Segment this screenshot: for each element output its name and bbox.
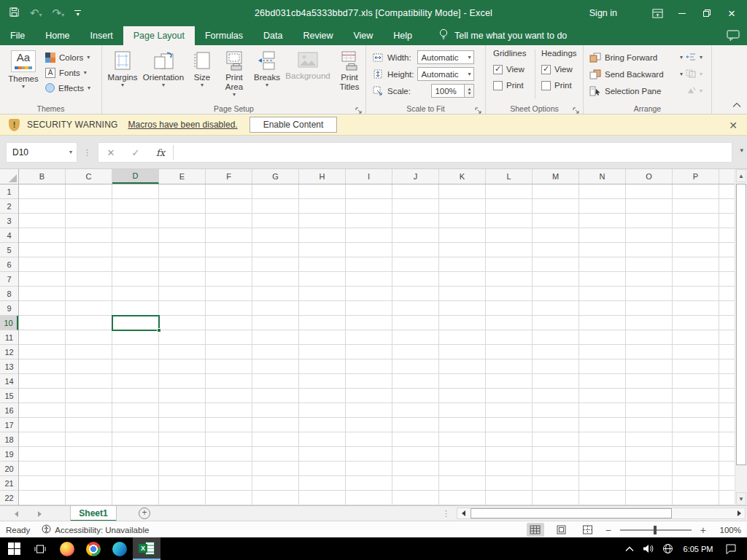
scroll-right-icon[interactable]: [733, 508, 745, 518]
page-break-preview-button[interactable]: [579, 523, 597, 537]
gridlines-print-option[interactable]: Print: [493, 77, 526, 93]
gridlines-view-checkbox[interactable]: [493, 65, 503, 74]
headings-print-option[interactable]: Print: [541, 77, 577, 93]
insert-function-icon[interactable]: fx: [148, 147, 173, 158]
sheet-nav-right-icon[interactable]: [31, 506, 48, 521]
excel-taskbar-button[interactable]: X: [133, 537, 160, 560]
task-view-button[interactable]: [28, 537, 53, 560]
action-center-icon[interactable]: [719, 537, 743, 560]
expand-formula-bar-icon[interactable]: ▾: [740, 147, 743, 154]
gridlines-print-checkbox[interactable]: [493, 81, 503, 90]
scale-input[interactable]: 100%: [431, 84, 465, 98]
comments-icon[interactable]: [727, 29, 740, 44]
bring-forward-button[interactable]: Bring Forward▾: [589, 50, 683, 65]
row-header-13[interactable]: 13: [0, 359, 18, 374]
formula-input[interactable]: [178, 143, 732, 162]
page-layout-view-button[interactable]: [553, 523, 570, 537]
row-header-3[interactable]: 3: [0, 214, 18, 228]
fonts-button[interactable]: A Fonts▾: [45, 65, 90, 80]
cells-area[interactable]: [19, 184, 735, 505]
minimize-button[interactable]: [670, 0, 694, 26]
column-header-O[interactable]: O: [626, 169, 673, 184]
column-header-P[interactable]: P: [673, 169, 719, 184]
row-header-17[interactable]: 17: [0, 418, 18, 432]
network-icon[interactable]: [658, 537, 677, 560]
start-button[interactable]: [0, 537, 28, 560]
name-box[interactable]: D10 ▾: [6, 142, 77, 163]
column-header-B[interactable]: B: [19, 169, 66, 184]
tab-scroll-splitter[interactable]: ⋮: [442, 506, 450, 521]
tab-insert[interactable]: Insert: [80, 26, 123, 45]
column-header-F[interactable]: F: [206, 169, 252, 184]
row-header-4[interactable]: 4: [0, 228, 18, 243]
row-header-14[interactable]: 14: [0, 374, 18, 389]
zoom-in-icon[interactable]: +: [700, 524, 706, 536]
tab-formulas[interactable]: Formulas: [195, 26, 253, 45]
colors-button[interactable]: Colors▾: [45, 50, 90, 65]
tab-review[interactable]: Review: [293, 26, 343, 45]
headings-view-option[interactable]: View: [541, 61, 577, 77]
tab-view[interactable]: View: [343, 26, 383, 45]
row-header-9[interactable]: 9: [0, 301, 18, 316]
zoom-slider-thumb[interactable]: [654, 526, 657, 534]
select-all-corner[interactable]: [0, 169, 19, 184]
firefox-taskbar-button[interactable]: [54, 537, 80, 560]
width-dropdown[interactable]: Automatic▾: [417, 50, 474, 64]
orientation-button[interactable]: Orientation▾: [140, 47, 187, 102]
formula-bar-splitter[interactable]: ⋮: [83, 142, 91, 163]
tab-help[interactable]: Help: [383, 26, 422, 45]
vertical-scrollbar[interactable]: ▲ ▼: [735, 169, 747, 505]
column-header-N[interactable]: N: [579, 169, 626, 184]
tab-page-layout[interactable]: Page Layout: [123, 26, 195, 45]
selection-pane-button[interactable]: Selection Pane: [589, 83, 683, 98]
column-header-D[interactable]: D: [112, 169, 159, 184]
sheet-nav-left-icon[interactable]: [7, 506, 25, 521]
message-bar-close-icon[interactable]: ✕: [725, 114, 741, 136]
row-header-16[interactable]: 16: [0, 403, 18, 418]
chrome-taskbar-button[interactable]: [80, 537, 107, 560]
ribbon-display-options-button[interactable]: [645, 0, 670, 26]
zoom-slider[interactable]: [620, 529, 692, 531]
column-header-C[interactable]: C: [66, 169, 112, 184]
scale-stepper[interactable]: ▲▼: [465, 84, 474, 98]
effects-button[interactable]: Effects▾: [45, 80, 90, 96]
accessibility-status[interactable]: Accessibility: Unavailable: [42, 524, 149, 535]
row-header-6[interactable]: 6: [0, 257, 18, 272]
zoom-out-icon[interactable]: −: [605, 524, 611, 536]
volume-icon[interactable]: [639, 537, 658, 560]
row-header-11[interactable]: 11: [0, 330, 18, 345]
headings-print-checkbox[interactable]: [541, 81, 551, 90]
margins-button[interactable]: Margins▾: [105, 47, 140, 102]
row-header-10[interactable]: 10: [0, 316, 18, 330]
print-area-button[interactable]: Print Area▾: [217, 47, 251, 102]
scroll-left-icon[interactable]: [457, 508, 469, 518]
row-header-1[interactable]: 1: [0, 184, 18, 199]
align-button[interactable]: ▾: [686, 50, 703, 65]
name-box-dropdown-icon[interactable]: ▾: [69, 149, 72, 155]
row-header-19[interactable]: 19: [0, 447, 18, 462]
close-button[interactable]: ×: [719, 0, 744, 26]
sheet-options-dialog-launcher[interactable]: [573, 104, 580, 112]
column-header-J[interactable]: J: [392, 169, 439, 184]
horizontal-scrollbar[interactable]: [457, 508, 746, 519]
gridlines-view-option[interactable]: View: [493, 61, 526, 77]
breaks-button[interactable]: Breaks▾: [251, 47, 283, 102]
row-header-7[interactable]: 7: [0, 272, 18, 287]
normal-view-button[interactable]: [527, 523, 544, 537]
row-header-12[interactable]: 12: [0, 345, 18, 359]
restore-button[interactable]: [694, 0, 719, 26]
column-header-G[interactable]: G: [252, 169, 299, 184]
tab-home[interactable]: Home: [35, 26, 80, 45]
taskbar-clock[interactable]: 6:05 PM: [677, 537, 719, 560]
themes-button[interactable]: Aa Themes ▾: [4, 47, 42, 102]
vertical-scroll-thumb[interactable]: [736, 184, 746, 465]
zoom-level[interactable]: 100%: [715, 526, 741, 534]
row-header-21[interactable]: 21: [0, 476, 18, 491]
row-header-5[interactable]: 5: [0, 243, 18, 257]
row-header-22[interactable]: 22: [0, 491, 18, 505]
headings-view-checkbox[interactable]: [541, 65, 551, 74]
row-header-15[interactable]: 15: [0, 389, 18, 403]
print-titles-button[interactable]: Print Titles: [333, 47, 366, 102]
row-header-8[interactable]: 8: [0, 287, 18, 301]
cancel-icon[interactable]: ✕: [98, 147, 123, 158]
